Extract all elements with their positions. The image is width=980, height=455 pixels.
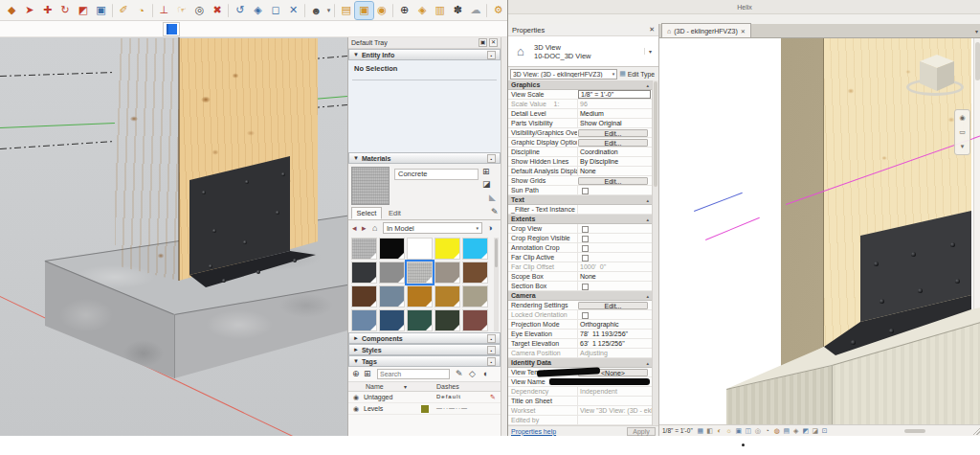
property-value[interactable]: Edit... — [578, 302, 648, 309]
protractor-icon[interactable]: ◔ — [132, 2, 150, 19]
visible-eye-icon[interactable]: ◉ — [353, 394, 359, 401]
swatch-dark-teal[interactable] — [407, 309, 433, 331]
swatch-steel-blue[interactable] — [351, 309, 377, 331]
chevron-down-icon[interactable]: ▾ — [644, 48, 656, 55]
chevron-down-icon[interactable]: ▾ — [961, 143, 965, 150]
swatch-brown[interactable] — [462, 262, 488, 284]
scrollbar-thumb[interactable] — [495, 239, 498, 267]
section-options-icon[interactable]: ▪ — [487, 346, 496, 354]
property-value[interactable] — [577, 186, 652, 194]
sample-paint-icon[interactable]: ✎ — [491, 207, 499, 216]
toolbar-icon[interactable] — [334, 4, 335, 17]
paint-material-icon[interactable]: ◪ — [482, 179, 491, 189]
type-selector[interactable]: ⌂ 3D View 10-DOC_3D View ▾ — [508, 36, 658, 67]
property-row[interactable]: Far Clip Offset ▴ 1000' 0" — [508, 262, 652, 272]
property-row[interactable]: Parts Visibility ▴ Show Original — [508, 119, 652, 128]
tags-search-input[interactable] — [377, 369, 450, 379]
property-row[interactable]: Edited by ▴ — [508, 416, 652, 425]
property-value[interactable]: Coordination — [577, 148, 652, 156]
toolbar-icon[interactable] — [112, 4, 113, 17]
property-row[interactable]: Section Box ▴ — [508, 282, 652, 291]
property-value[interactable]: None — [577, 272, 652, 281]
shadows-icon[interactable]: ◐ — [715, 426, 724, 436]
tab-list-icon[interactable]: ▾ — [975, 28, 978, 34]
materials-scrollbar[interactable] — [494, 238, 499, 331]
edit-type-button[interactable]: ▦ Edit Type — [619, 70, 657, 78]
components-header[interactable]: ► Components ▪ — [348, 332, 501, 344]
swatch-maroon[interactable] — [462, 309, 488, 331]
rotate-icon[interactable]: ↻ — [56, 2, 75, 19]
property-row[interactable]: Text ▴ — [508, 195, 652, 205]
section-options-icon[interactable]: ▪ — [487, 154, 496, 163]
property-row[interactable]: Extents ▴ — [508, 215, 652, 224]
material-name-field[interactable]: Concrete — [394, 169, 479, 180]
tag-row[interactable]: ◉ Untagged Default ✎ — [348, 392, 501, 403]
back-icon[interactable]: ◂ — [352, 223, 357, 233]
visual-style-icon[interactable]: ▦ — [696, 426, 705, 436]
guide-grid-icon[interactable]: ⊡ — [820, 426, 830, 436]
materials-header[interactable]: ▼ Materials ▪ — [348, 152, 501, 164]
property-row[interactable]: Scope Box ▴ None — [508, 272, 652, 282]
tag-dash-style[interactable]: Default — [436, 394, 461, 399]
property-value[interactable] — [577, 310, 652, 319]
lock-view-icon[interactable]: ◎ — [753, 426, 763, 436]
axes-icon[interactable]: ⊥ — [155, 2, 173, 19]
view-tab[interactable]: ⌂ (3D - eklingerHFVZ3) ✕ — [661, 23, 751, 37]
column-name[interactable]: Name — [366, 383, 384, 390]
column-dashes[interactable]: Dashes — [436, 383, 459, 390]
property-row[interactable]: Locked Orientation ▴ — [508, 310, 652, 320]
styles-book-icon[interactable]: ▥ — [432, 2, 450, 19]
property-value[interactable]: 1/8" = 1'-0" — [578, 90, 651, 99]
property-value[interactable]: <None> — [578, 369, 648, 376]
swatch-black[interactable] — [379, 238, 405, 260]
cloud-upload-icon[interactable]: ☁ — [467, 2, 485, 19]
toolbar-icon[interactable] — [152, 4, 153, 17]
forward-icon[interactable]: ▸ — [362, 223, 367, 233]
scrollbar-thumb[interactable] — [975, 42, 980, 80]
property-row[interactable]: Graphics ▴ — [508, 80, 652, 90]
swatch-taupe[interactable] — [434, 262, 460, 284]
tag-row[interactable]: ◉ Levels —··—··— — [348, 403, 501, 415]
displacement-icon[interactable]: ◈ — [791, 426, 801, 436]
swatch-blue-gray[interactable] — [379, 285, 405, 307]
property-row[interactable]: _Filter - Text Instance ▴ — [508, 205, 652, 215]
swatch-amber[interactable] — [434, 285, 460, 307]
property-value[interactable] — [577, 234, 652, 242]
property-value[interactable] — [577, 205, 652, 214]
property-row[interactable]: Eye Elevation ▴ 78' 11 193/256" — [508, 330, 652, 339]
render-dialog-icon[interactable]: ◧ — [705, 426, 715, 436]
previous-view-icon[interactable]: ✕ — [284, 2, 302, 19]
tray-close-icon[interactable]: ✕ — [489, 38, 498, 47]
crop-view-icon[interactable]: ▣ — [734, 426, 744, 436]
tag-color-swatch[interactable] — [421, 394, 429, 401]
property-row[interactable]: Scale Value 1: ▴ 96 — [508, 100, 652, 109]
property-row[interactable]: Dependency ▴ Independent — [508, 387, 652, 397]
swatch-dark-green[interactable] — [434, 309, 460, 331]
hide-isolate-icon[interactable]: ◔ — [763, 426, 772, 436]
close-icon[interactable]: ✕ — [649, 26, 655, 34]
add-tag-icon[interactable]: ⊕ — [352, 369, 360, 378]
offset-icon[interactable]: ▣ — [92, 2, 110, 19]
filter-icon[interactable]: ◐ — [483, 369, 488, 378]
section-options-icon[interactable]: ▪ — [487, 357, 496, 366]
revit-viewport[interactable]: ◉ ▭ ▾ — [659, 38, 980, 424]
tab-edit[interactable]: Edit — [389, 209, 401, 217]
swatch-yellow[interactable] — [434, 238, 460, 260]
zoom-extents-icon[interactable]: ✖ — [209, 2, 227, 19]
properties-help-link[interactable]: Properties help — [511, 428, 627, 435]
zoom-window-icon[interactable]: ◻ — [267, 2, 285, 19]
property-row[interactable]: View Template ▴ <None> — [508, 368, 652, 377]
swatch-gray[interactable] — [379, 262, 405, 284]
shield-icon[interactable]: ◈ — [413, 2, 432, 19]
tape-measure-icon[interactable]: ✐ — [115, 2, 133, 19]
property-value[interactable] — [577, 282, 652, 290]
entity-info-header[interactable]: ▼ Entity Info ▪ — [348, 49, 501, 60]
follow-me-icon[interactable]: ➤ — [21, 2, 39, 19]
property-value[interactable] — [548, 378, 650, 385]
viewcube[interactable] — [904, 50, 969, 109]
property-value[interactable]: 1000' 0" — [577, 262, 652, 271]
swatch-white[interactable] — [407, 238, 433, 260]
close-icon[interactable]: ✕ — [741, 28, 746, 34]
swatch-dark-brown[interactable] — [351, 285, 377, 307]
swatch-ochre[interactable] — [407, 285, 433, 307]
